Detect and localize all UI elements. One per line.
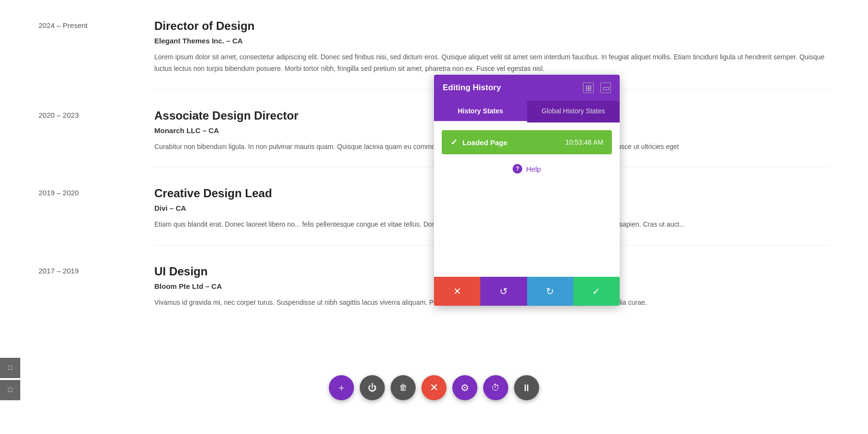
panel-title: Editing History bbox=[443, 83, 501, 93]
expand-icon[interactable]: ⊞ bbox=[583, 82, 594, 93]
help-row[interactable]: ? Help bbox=[442, 164, 612, 174]
pause-btn[interactable]: ⏸ bbox=[514, 375, 539, 400]
power-btn[interactable]: ⏻ bbox=[360, 375, 385, 400]
panel-tabs: History States Global History States bbox=[434, 101, 620, 122]
history-item[interactable]: ✓ Loaded Page 10:53:46 AM bbox=[442, 130, 612, 154]
year-range: 2020 – 2023 bbox=[39, 109, 135, 168]
tab-history-states[interactable]: History States bbox=[434, 101, 527, 122]
settings-btn[interactable]: ⚙ bbox=[452, 375, 477, 400]
help-icon: ? bbox=[513, 164, 522, 174]
tab-global-history-states[interactable]: Global History States bbox=[527, 101, 620, 122]
panel-header-icons: ⊞ ▭ bbox=[583, 82, 611, 93]
history-item-time: 10:53:46 AM bbox=[565, 138, 603, 146]
close-btn[interactable]: ✕ bbox=[421, 375, 447, 400]
year-range: 2019 – 2020 bbox=[39, 187, 135, 245]
history-item-left: ✓ Loaded Page bbox=[450, 137, 507, 148]
company-name: Elegant Themes Inc. – CA bbox=[154, 37, 829, 45]
bottom-toolbar: + ⏻ 🗑 ✕ ⚙ ⏱ ⏸ bbox=[329, 375, 539, 400]
add-btn[interactable]: + bbox=[329, 375, 354, 400]
footer-cancel-btn[interactable]: ✕ bbox=[434, 277, 480, 306]
panel-header: Editing History ⊞ ▭ bbox=[434, 75, 620, 101]
panel-footer: ✕ ↺ ↻ ✓ bbox=[434, 277, 620, 306]
history-btn[interactable]: ⏱ bbox=[483, 375, 508, 400]
footer-save-btn[interactable]: ✓ bbox=[573, 277, 620, 306]
year-range: 2017 – 2019 bbox=[39, 265, 135, 323]
panel-body: ✓ Loaded Page 10:53:46 AM ? Help bbox=[434, 122, 620, 277]
left-panel-btn-1[interactable]: □ bbox=[0, 358, 20, 378]
year-range: 2024 – Present bbox=[39, 19, 135, 90]
history-item-label: Loaded Page bbox=[462, 138, 507, 147]
help-label: Help bbox=[526, 165, 541, 173]
left-panel-btn-2[interactable]: □ bbox=[0, 380, 20, 400]
main-content: 2024 – PresentDirector of DesignElegant … bbox=[0, 0, 868, 434]
job-title: Director of Design bbox=[154, 19, 829, 33]
check-icon: ✓ bbox=[450, 137, 458, 148]
footer-redo-btn[interactable]: ↻ bbox=[527, 277, 573, 306]
left-panel: □ □ bbox=[0, 358, 20, 400]
delete-btn[interactable]: 🗑 bbox=[391, 375, 416, 400]
job-description: Lorem ipsum dolor sit amet, consectetur … bbox=[154, 52, 829, 75]
editing-history-panel: Editing History ⊞ ▭ History States Globa… bbox=[434, 75, 620, 306]
footer-undo-btn[interactable]: ↺ bbox=[480, 277, 527, 306]
collapse-icon[interactable]: ▭ bbox=[600, 82, 611, 93]
